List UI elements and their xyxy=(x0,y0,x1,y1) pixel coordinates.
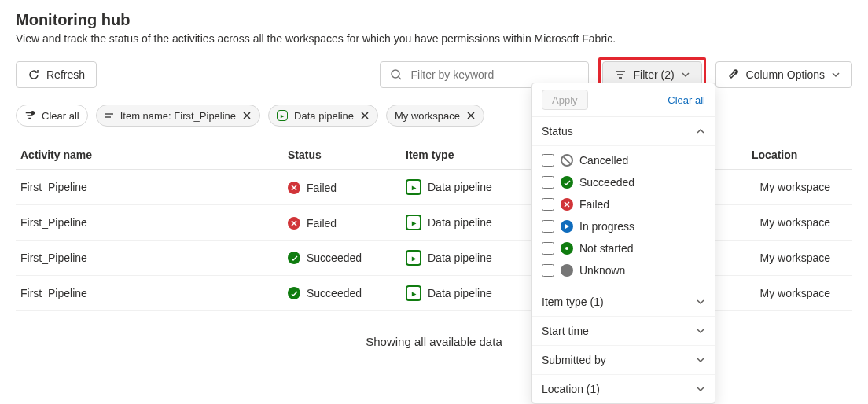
filter-icon xyxy=(614,68,627,81)
table-row[interactable]: First_PipelineFailed▸Data pipeline3:40 P… xyxy=(16,170,852,205)
svg-rect-3 xyxy=(105,116,111,118)
filter-chip-item-name[interactable]: Item name: First_Pipeline xyxy=(96,105,260,127)
pipeline-icon: ▸ xyxy=(406,215,421,230)
chip-label: My workspace xyxy=(395,110,460,122)
cell-status: Failed xyxy=(283,205,401,241)
filter-section-item-type[interactable]: Item type (1) xyxy=(532,288,715,317)
clear-all-label: Clear all xyxy=(42,110,79,122)
filter-option-label: Failed xyxy=(579,198,609,211)
filter-option-label: Unknown xyxy=(579,264,625,277)
cell-activity: First_Pipeline xyxy=(16,241,283,276)
showing-all-label: Showing all available data xyxy=(16,311,852,372)
status-inprogress-icon xyxy=(561,220,573,233)
chevron-down-icon xyxy=(681,70,690,79)
status-succeeded-icon xyxy=(561,176,573,189)
status-failed-icon xyxy=(288,217,300,230)
filter-section-submitted-by[interactable]: Submitted by xyxy=(532,346,715,375)
status-cancelled-icon xyxy=(561,154,573,167)
close-icon[interactable] xyxy=(242,111,252,120)
wrench-icon xyxy=(727,68,740,81)
cell-item-type: ▸Data pipeline xyxy=(401,205,542,241)
refresh-button[interactable]: Refresh xyxy=(16,61,97,88)
column-options-button[interactable]: Column Options xyxy=(715,61,852,88)
chevron-up-icon xyxy=(696,127,705,136)
cell-activity: First_Pipeline xyxy=(16,205,283,241)
col-item-type[interactable]: Item type xyxy=(401,141,542,170)
action-row: Refresh Filter (2) Col xyxy=(16,57,852,92)
filter-option-label: In progress xyxy=(579,220,634,233)
chevron-down-icon xyxy=(831,70,840,79)
checkbox[interactable] xyxy=(542,198,554,211)
svg-point-0 xyxy=(392,70,399,78)
filter-chip-row: Clear all Item name: First_Pipeline ▸ Da… xyxy=(16,105,852,127)
cell-status: Succeeded xyxy=(283,241,401,276)
filter-section-label: Submitted by xyxy=(542,354,606,366)
pipeline-icon: ▸ xyxy=(406,285,421,301)
pipeline-icon: ▸ xyxy=(406,179,421,195)
filter-chip-location[interactable]: My workspace xyxy=(386,105,484,127)
filter-label: Filter (2) xyxy=(633,68,674,81)
cell-status: Failed xyxy=(283,170,401,205)
status-failed-icon xyxy=(561,198,573,211)
table-row[interactable]: First_PipelineSucceeded▸Data pipeline3:4… xyxy=(16,241,852,276)
chip-label: Data pipeline xyxy=(294,110,354,122)
status-failed-icon xyxy=(288,182,300,194)
filter-option-label: Succeeded xyxy=(579,176,634,189)
cell-item-type: ▸Data pipeline xyxy=(401,170,542,205)
checkbox[interactable] xyxy=(542,220,554,233)
refresh-label: Refresh xyxy=(46,68,85,81)
refresh-icon xyxy=(28,68,40,81)
col-location[interactable]: Location xyxy=(747,141,852,170)
svg-point-1 xyxy=(31,111,35,115)
filter-section-start-time[interactable]: Start time xyxy=(532,317,715,346)
checkbox[interactable] xyxy=(542,154,554,167)
filter-chip-item-type[interactable]: ▸ Data pipeline xyxy=(268,105,378,127)
chevron-down-icon xyxy=(696,355,705,365)
close-icon[interactable] xyxy=(466,111,476,120)
cell-location: My workspace xyxy=(747,205,852,241)
checkbox[interactable] xyxy=(542,242,554,255)
column-options-label: Column Options xyxy=(746,68,825,81)
filter-option-unknown[interactable]: Unknown xyxy=(532,259,715,281)
col-activity[interactable]: Activity name xyxy=(16,141,283,170)
filter-section-label: Status xyxy=(542,125,573,138)
checkbox[interactable] xyxy=(542,264,554,277)
filter-option-label: Not started xyxy=(579,242,633,255)
table-row[interactable]: First_PipelineSucceeded▸Data pipeline6:0… xyxy=(16,276,852,311)
status-succeeded-icon xyxy=(288,252,300,264)
filter-section-location[interactable]: Location (1) xyxy=(532,375,715,383)
filter-option-cancelled[interactable]: Cancelled xyxy=(532,149,715,171)
filter-option-notstarted[interactable]: Not started xyxy=(532,237,715,259)
col-status[interactable]: Status xyxy=(283,141,401,170)
clear-all-chip[interactable]: Clear all xyxy=(16,105,88,127)
chip-label: Item name: First_Pipeline xyxy=(120,110,236,122)
svg-point-4 xyxy=(565,247,568,250)
chevron-down-icon xyxy=(696,326,705,336)
svg-rect-2 xyxy=(105,113,113,115)
filter-option-label: Cancelled xyxy=(579,154,628,167)
cell-status: Succeeded xyxy=(283,276,401,311)
page-subtitle: View and track the status of the activit… xyxy=(16,32,852,45)
cell-item-type: ▸Data pipeline xyxy=(401,276,542,311)
filter-option-succeeded[interactable]: Succeeded xyxy=(532,171,715,193)
cell-activity: First_Pipeline xyxy=(16,276,283,311)
filter-section-status[interactable]: Status xyxy=(532,117,715,146)
apply-button[interactable]: Apply xyxy=(542,90,588,110)
filter-section-label: Item type (1) xyxy=(542,296,604,308)
clear-filter-icon xyxy=(24,110,35,121)
search-input[interactable] xyxy=(409,68,579,82)
filter-option-failed[interactable]: Failed xyxy=(532,193,715,215)
filter-option-inprogress[interactable]: In progress xyxy=(532,215,715,237)
cell-activity: First_Pipeline xyxy=(16,170,283,205)
close-icon[interactable] xyxy=(360,111,370,120)
checkbox[interactable] xyxy=(542,176,554,189)
pipeline-icon: ▸ xyxy=(406,250,421,266)
status-unknown-icon xyxy=(561,264,573,277)
cell-location: My workspace xyxy=(747,170,852,205)
clear-all-link[interactable]: Clear all xyxy=(668,94,705,106)
cell-location: My workspace xyxy=(747,276,852,311)
table-row[interactable]: First_PipelineFailed▸Data pipeline4:15 P… xyxy=(16,205,852,241)
cell-item-type: ▸Data pipeline xyxy=(401,241,542,276)
pipeline-icon: ▸ xyxy=(277,110,288,121)
activities-table: Activity name Status Item type Start Loc… xyxy=(16,141,852,311)
